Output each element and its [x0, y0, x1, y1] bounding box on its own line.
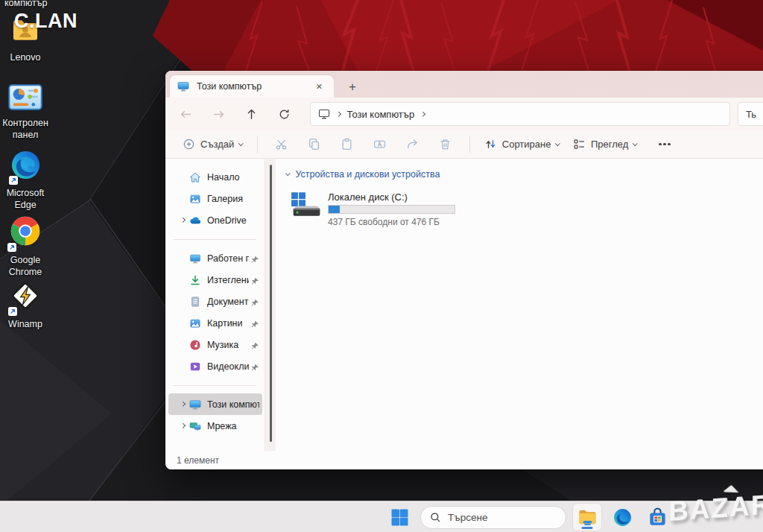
- sidebar-item-label: Документи: [207, 297, 249, 307]
- view-button-label: Преглед: [591, 139, 628, 150]
- shortcut-arrow-icon: [8, 307, 17, 316]
- desktop-icon-edge[interactable]: Microsoft Edge: [0, 150, 51, 212]
- up-button[interactable]: [238, 103, 264, 125]
- tab-this-pc[interactable]: Този компютър ✕: [170, 75, 334, 98]
- desktop-icon-label: Winamp: [8, 318, 42, 330]
- pin-icon: [250, 341, 259, 349]
- onedrive-cloud-icon: [189, 215, 203, 227]
- home-icon: [189, 171, 203, 183]
- share-button[interactable]: [396, 133, 429, 156]
- group-header-label: Устройства и дискови устройства: [296, 169, 440, 180]
- sidebar-item-desktop[interactable]: Работен пло: [168, 247, 262, 269]
- pin-icon: [250, 297, 259, 306]
- drive-item-local-disk-c[interactable]: Локален диск (C:) 437 ГБ свободни от 476…: [288, 189, 466, 230]
- pictures-icon: [189, 317, 203, 329]
- tab-close-button[interactable]: ✕: [312, 80, 326, 93]
- back-button[interactable]: [173, 103, 198, 125]
- desktop-screen: компютър C.LAN Lenovo Контролен панел Mi…: [0, 0, 763, 532]
- tab-title: Този компютър: [197, 81, 306, 92]
- desktop-icon-chrome[interactable]: Google Chrome: [0, 215, 51, 279]
- sidebar-item-music[interactable]: Музика: [168, 334, 262, 355]
- tab-bar: Този компютър ✕ +: [165, 71, 763, 98]
- sidebar-item-network[interactable]: Мрежа: [168, 415, 262, 437]
- refresh-button[interactable]: [271, 103, 297, 125]
- drive-free-space: 437 ГБ свободни от 476 ГБ: [328, 217, 455, 227]
- sort-button-label: Сортиране: [502, 139, 551, 150]
- delete-button[interactable]: [429, 133, 462, 156]
- group-header-devices[interactable]: Устройства и дискови устройства: [286, 169, 763, 180]
- edge-icon: [10, 150, 41, 183]
- taskbar-search[interactable]: Търсене: [420, 506, 566, 529]
- more-options-button[interactable]: [648, 133, 681, 156]
- clan-watermark: C.LAN: [14, 10, 77, 33]
- control-panel-icon: [8, 84, 42, 113]
- chevron-right-icon[interactable]: [176, 218, 189, 222]
- bazar-caret-icon: [724, 485, 739, 493]
- sidebar-item-gallery[interactable]: Галерия: [168, 188, 262, 209]
- chevron-right-icon: [420, 112, 425, 116]
- sidebar-separator: [165, 231, 264, 247]
- network-icon: [189, 420, 203, 432]
- forward-button[interactable]: [206, 103, 231, 125]
- winamp-icon: [10, 280, 41, 314]
- taskbar-edge[interactable]: [608, 504, 636, 531]
- paste-button[interactable]: [331, 133, 364, 156]
- chevron-down-icon: [285, 171, 290, 175]
- address-bar[interactable]: Този компютър: [310, 102, 730, 126]
- scrollbar-thumb[interactable]: [270, 165, 272, 442]
- search-cut-text: Ть: [746, 109, 756, 120]
- sort-button[interactable]: Сортиране: [478, 133, 566, 156]
- desktop-icon-winamp[interactable]: Winamp: [0, 280, 51, 330]
- active-app-indicator: [582, 527, 593, 529]
- monitor-outline-icon: [318, 108, 330, 120]
- taskbar-store[interactable]: [643, 504, 671, 531]
- desktop-icon-label: Google Chrome: [0, 254, 51, 279]
- drive-usage-fill: [329, 206, 340, 213]
- sidebar-item-downloads[interactable]: Изтеглени ф: [168, 269, 262, 291]
- taskbar-search-label: Търсене: [448, 512, 487, 523]
- chrome-icon: [9, 215, 42, 250]
- file-explorer-window: Този компютър ✕ + Този: [165, 71, 763, 469]
- pin-icon: [250, 254, 259, 263]
- documents-icon: [189, 296, 203, 308]
- shortcut-arrow-icon: [7, 243, 16, 252]
- taskbar: Търсене: [0, 501, 763, 532]
- more-options-icon: [663, 143, 666, 146]
- start-button[interactable]: [385, 504, 414, 531]
- new-tab-button[interactable]: +: [344, 80, 361, 95]
- bazar-watermark: BAZAR: [668, 489, 763, 528]
- sidebar-item-label: Видеоклипо: [207, 361, 249, 372]
- desktop-icon-label-cut: компютър: [4, 0, 48, 8]
- cut-button[interactable]: [265, 133, 298, 156]
- sidebar-item-label: Музика: [207, 340, 249, 350]
- sidebar-item-videos[interactable]: Видеоклипо: [168, 355, 262, 377]
- explorer-search-box[interactable]: Ть: [738, 102, 763, 126]
- copy-button[interactable]: [298, 133, 331, 156]
- drive-name: Локален диск (C:): [328, 191, 455, 203]
- item-count: 1 елемент: [177, 455, 219, 466]
- chevron-right-icon[interactable]: [176, 402, 189, 406]
- toolbar-divider: [469, 136, 470, 153]
- sidebar-separator: [165, 377, 264, 393]
- videos-icon: [189, 361, 203, 373]
- this-pc-monitor-icon: [177, 80, 191, 92]
- desktop-icon-control-panel[interactable]: Контролен панел: [0, 84, 51, 142]
- sidebar-item-label: Изтеглени ф: [207, 275, 249, 285]
- sidebar-item-onedrive[interactable]: OneDrive: [168, 209, 262, 231]
- chevron-down-icon: [555, 141, 560, 145]
- chevron-right-icon[interactable]: [176, 424, 189, 428]
- taskbar-file-explorer[interactable]: [573, 504, 601, 531]
- new-button[interactable]: Създай: [176, 133, 250, 156]
- sidebar-item-this-pc[interactable]: Този компютър: [168, 393, 262, 415]
- desktop-icon-label: Контролен панел: [0, 117, 51, 142]
- view-button[interactable]: Преглед: [566, 133, 644, 156]
- rename-button[interactable]: [364, 133, 396, 156]
- sidebar-item-home[interactable]: Начало: [168, 166, 262, 188]
- sidebar-item-label: Този компютър: [207, 399, 259, 410]
- sidebar-item-pictures[interactable]: Картини: [168, 312, 262, 334]
- status-bar: 1 елемент: [165, 451, 763, 469]
- sidebar-scrollbar[interactable]: [267, 165, 276, 442]
- sidebar-item-documents[interactable]: Документи: [168, 291, 262, 312]
- sidebar-item-label: Начало: [207, 172, 259, 183]
- breadcrumb-this-pc[interactable]: Този компютър: [347, 109, 415, 120]
